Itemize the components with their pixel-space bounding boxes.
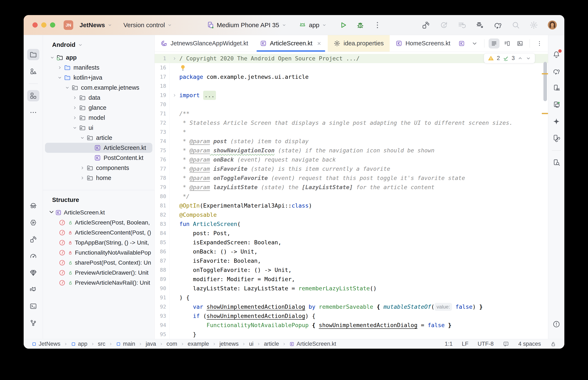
code-line[interactable]: 94 FunctionalityNotAvailablePopup { show… — [155, 321, 548, 330]
structure-item[interactable]: fPreviewArticleNavRail(): Unit — [45, 278, 152, 288]
project-name-menu[interactable]: JetNews — [80, 21, 105, 29]
breadcrumb-item[interactable]: ArticleScreen.kt — [289, 341, 336, 347]
code-line[interactable]: 19import ... — [155, 91, 548, 100]
caret-position[interactable]: 1:1 — [445, 341, 453, 347]
tree-item[interactable]: manifests — [45, 62, 152, 73]
code-editor[interactable]: 1/ Copyright 2020 The Android Open Sourc… — [155, 52, 548, 339]
current-file-kotlin-button[interactable] — [456, 38, 467, 49]
minimize-window-button[interactable] — [41, 22, 46, 28]
code-line[interactable]: 77 * @param isFavorite (state) is this i… — [155, 164, 548, 173]
tree-item[interactable]: PostContent.kt — [45, 153, 152, 163]
line-number[interactable]: 71 — [155, 109, 170, 118]
code-line[interactable]: 78 * @param onToggleFavorite (event) req… — [155, 173, 548, 183]
line-number[interactable]: 19 — [155, 91, 170, 100]
inspection-widget[interactable]: 2 3 — [484, 53, 535, 63]
breadcrumb-item[interactable]: ui — [249, 341, 253, 347]
line-number[interactable]: 82 — [155, 210, 170, 219]
chevron-right-icon[interactable] — [79, 166, 86, 170]
editor-more-button[interactable] — [534, 38, 545, 49]
code-line[interactable]: 80 */ — [155, 192, 548, 201]
device-selector[interactable]: Medium Phone API 35 — [206, 21, 286, 29]
code-line[interactable]: 76 * @param onBack (event) request navig… — [155, 155, 548, 164]
line-number[interactable]: 78 — [155, 173, 170, 183]
tree-item[interactable]: article — [45, 133, 152, 143]
line-number[interactable]: 93 — [155, 311, 170, 321]
line-number[interactable]: 91 — [155, 293, 170, 302]
chevron-right-icon[interactable] — [56, 65, 63, 70]
code-line[interactable]: 81@OptIn(ExperimentalMaterial3Api::class… — [155, 201, 548, 210]
warning-stripe-mark[interactable] — [542, 73, 548, 75]
app-inspection-tool-button[interactable] — [27, 200, 39, 211]
code-line[interactable]: 92 var showUnimplementedActionDialog by … — [155, 302, 548, 311]
tree-item[interactable]: ui — [45, 123, 152, 133]
tab-articlescreen[interactable]: ArticleScreen.kt — [254, 35, 328, 52]
code-line[interactable]: 83fun ArticleScreen( — [155, 219, 548, 229]
settings-button[interactable] — [529, 21, 538, 29]
code-line[interactable]: 86 onBack: () -> Unit, — [155, 247, 548, 256]
notifications-button[interactable] — [550, 49, 563, 60]
more-tool-windows-button[interactable] — [27, 107, 39, 118]
running-devices-tool-button[interactable] — [550, 99, 563, 110]
line-number[interactable]: 85 — [155, 238, 170, 247]
chevron-down-icon[interactable] — [526, 56, 531, 61]
build-button[interactable] — [422, 21, 430, 29]
line-number[interactable]: 17 — [155, 72, 170, 81]
tree-item[interactable]: app — [45, 53, 152, 62]
tree-item[interactable]: components — [45, 163, 152, 173]
resource-manager-tool-button[interactable] — [27, 66, 39, 77]
line-number[interactable]: 74 — [155, 137, 170, 146]
apply-changes-button[interactable]: A — [439, 21, 448, 29]
breadcrumb-item[interactable]: article — [264, 341, 279, 347]
line-number[interactable]: 80 — [155, 192, 170, 201]
tab-homescreens[interactable]: HomeScreens.kt — [390, 35, 456, 52]
line-number[interactable]: 1 — [155, 54, 170, 63]
structure-item[interactable]: ArticleScreen.kt — [45, 208, 152, 218]
editor-view-split-button[interactable] — [502, 38, 512, 49]
code-line[interactable]: 75 * @param showNavigationIcon (state) i… — [155, 146, 548, 155]
tab-list-dropdown[interactable] — [469, 38, 480, 49]
debug-button[interactable] — [356, 21, 365, 29]
breadcrumb-item[interactable]: main — [116, 341, 135, 347]
code-line[interactable]: 88 onToggleFavorite: () -> Unit, — [155, 266, 548, 275]
breadcrumb-item[interactable]: jetnews — [220, 341, 239, 347]
chevron-down-icon[interactable] — [48, 55, 56, 60]
code-line[interactable]: 74 * @param post (state) item to display — [155, 137, 548, 146]
indent-setting[interactable]: 4 spaces — [518, 341, 541, 347]
line-number[interactable]: 18 — [155, 81, 170, 91]
code-line[interactable]: 70 — [155, 100, 548, 109]
build-tool-button[interactable] — [27, 234, 39, 245]
line-number[interactable]: 95 — [155, 330, 170, 339]
tree-item[interactable]: kotlin+java — [45, 73, 152, 83]
breadcrumb-item[interactable]: java — [146, 341, 156, 347]
line-number[interactable]: 70 — [155, 100, 170, 109]
structure-item[interactable]: fTopAppBar(String, () -> Unit, — [45, 238, 152, 248]
app-quality-insights-tool-button[interactable] — [27, 267, 39, 278]
fold-marker-icon[interactable] — [170, 91, 179, 100]
editor-view-design-button[interactable] — [515, 38, 526, 49]
line-number[interactable]: 83 — [155, 219, 170, 229]
chevron-right-icon[interactable] — [71, 95, 79, 100]
structure-item[interactable]: fArticleScreenContent(Post, () — [45, 228, 152, 238]
vcs-menu[interactable]: Version control — [123, 21, 165, 29]
code-line[interactable]: 82@Composable — [155, 210, 548, 219]
chevron-right-icon[interactable] — [71, 115, 79, 120]
code-line[interactable]: 89 modifier: Modifier = Modifier, — [155, 275, 548, 284]
line-number[interactable]: 88 — [155, 266, 170, 275]
line-number[interactable]: 89 — [155, 275, 170, 284]
breadcrumb-item[interactable]: JetNews — [32, 341, 61, 347]
tree-item[interactable]: data — [45, 93, 152, 103]
device-mirroring-tool-button[interactable] — [550, 133, 563, 144]
line-number[interactable]: 16 — [155, 63, 170, 72]
more-actions-button[interactable] — [373, 21, 382, 29]
line-number[interactable]: 72 — [155, 118, 170, 128]
chevron-right-icon[interactable] — [71, 105, 79, 110]
structure-tool-button[interactable] — [27, 90, 39, 101]
sync-gradle-button[interactable] — [493, 21, 502, 29]
tab-jetnewsglanceappwidget[interactable]: JetnewsGlanceAppWidget.kt — [155, 35, 254, 52]
editor-view-code-button[interactable] — [489, 38, 500, 49]
line-number[interactable]: 81 — [155, 201, 170, 210]
version-control-tool-button[interactable] — [27, 317, 39, 329]
project-view-header[interactable]: Android — [43, 35, 154, 53]
chevron-down-icon[interactable] — [79, 135, 86, 140]
attach-debugger-button[interactable] — [475, 21, 484, 29]
